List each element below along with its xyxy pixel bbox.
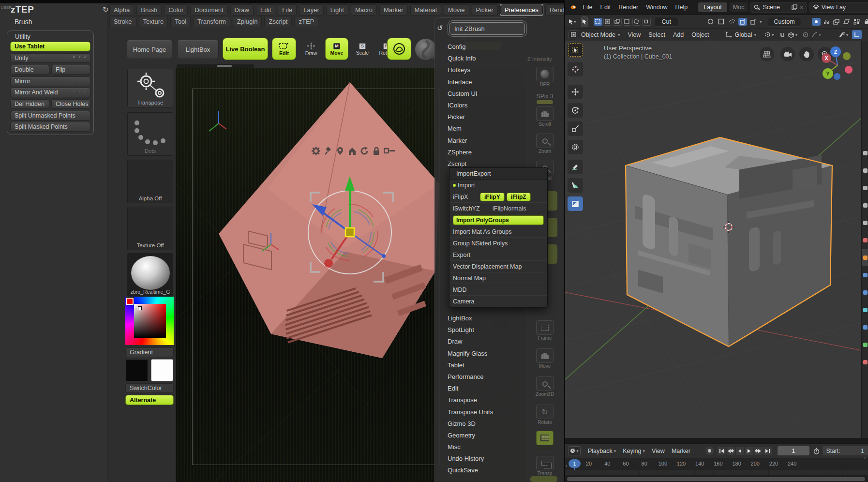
output-tab-icon[interactable] — [862, 179, 868, 196]
submenu-item[interactable]: Vector Displacement Map — [449, 261, 547, 272]
transform-tool[interactable] — [568, 140, 583, 154]
overlays-toggle-icon[interactable] — [852, 30, 862, 39]
menubar-item[interactable]: Material — [410, 4, 441, 15]
new-object-icon[interactable] — [749, 18, 758, 26]
lightbox-button[interactable]: LightBox — [177, 40, 219, 59]
current-frame-field[interactable]: 1 — [778, 446, 809, 455]
preferences-menu-item[interactable]: Misc — [435, 441, 528, 453]
scene-tab-icon[interactable] — [862, 214, 868, 231]
restore-icon[interactable]: ↺ — [437, 24, 443, 32]
viewport-menu-item[interactable]: Add — [669, 30, 688, 40]
iflipy-button[interactable]: iFlipY — [480, 193, 505, 201]
lock-icon[interactable] — [863, 18, 868, 26]
world-tab-icon[interactable] — [862, 231, 868, 249]
scale-button[interactable]: S Scale — [351, 39, 374, 59]
polyframe-button[interactable]: PolyF — [527, 431, 562, 451]
bars-icon[interactable] — [822, 18, 831, 26]
menubar-item[interactable]: zTEP — [294, 16, 318, 27]
select-box-tool[interactable] — [568, 43, 583, 57]
spix-slider[interactable]: SPix 3 — [527, 93, 562, 104]
parallelogram-icon[interactable] — [842, 18, 851, 26]
iflipnormals-button[interactable]: iFlipNormals — [493, 205, 526, 212]
menubar-item[interactable]: Stroke — [109, 16, 136, 27]
home-page-button[interactable]: Home Page — [127, 40, 172, 59]
current-color-swatch[interactable] — [126, 298, 134, 305]
alpha-thumbnail[interactable]: Alpha Off — [127, 160, 173, 203]
particles-tab-icon[interactable] — [862, 284, 868, 301]
location-pin-icon[interactable] — [335, 146, 345, 156]
mode-icon[interactable] — [632, 18, 641, 26]
data-tab-icon[interactable] — [862, 336, 868, 353]
mode-icon[interactable] — [613, 18, 622, 26]
menubar-item[interactable]: Macro — [351, 4, 377, 15]
blender-logo-icon[interactable] — [570, 4, 576, 11]
canvas-scroll-handle[interactable] — [217, 65, 232, 67]
unify-button[interactable]: UnifyX Y Z — [10, 53, 90, 63]
blender-menu-item[interactable]: Edit — [597, 2, 615, 12]
physics-tab-icon[interactable] — [862, 301, 868, 318]
mode-icon-active[interactable] — [594, 18, 602, 26]
preferences-menu-item[interactable]: Draw — [435, 336, 528, 347]
play-reverse-button[interactable] — [736, 447, 744, 455]
viewport-menu-item[interactable]: View — [624, 30, 644, 40]
submenu-item[interactable]: MDD — [449, 284, 547, 296]
double-button[interactable]: Double — [10, 65, 49, 75]
snap-target-icon[interactable] — [787, 31, 795, 39]
menubar-item[interactable]: Zplugin — [233, 16, 262, 27]
init-zbrush-button[interactable]: Init ZBrush — [449, 22, 525, 35]
preferences-menu-item[interactable]: Gizmo 3D — [435, 418, 528, 430]
auto-keying-button[interactable] — [705, 447, 714, 455]
gear-icon[interactable] — [311, 146, 321, 156]
zoom-button[interactable]: Zoom — [527, 134, 562, 154]
submenu-item[interactable]: Normal Map — [449, 272, 547, 284]
extend-select-icon[interactable] — [738, 18, 747, 26]
view-menu[interactable]: View — [648, 446, 668, 456]
menubar-item[interactable]: Preferences — [500, 4, 543, 15]
copy-icon[interactable] — [792, 4, 797, 10]
del-hidden-button[interactable]: Del Hidden — [10, 99, 49, 109]
preferences-menu-item[interactable]: Transpose — [435, 394, 528, 406]
refresh-icon[interactable]: ↻ — [103, 5, 109, 14]
reset-rotation-icon[interactable] — [359, 146, 369, 156]
toggle-grid-button[interactable] — [760, 47, 774, 61]
preferences-menu-item[interactable]: Magnify Glass — [435, 348, 528, 360]
bpr-button[interactable]: BPR — [527, 67, 562, 87]
collapse-right-icon[interactable]: ‹ — [864, 455, 866, 461]
keying-menu[interactable]: Keying▾ — [619, 446, 648, 456]
editor-type-icon[interactable] — [569, 30, 578, 39]
importexport-header[interactable]: ImportExport — [449, 168, 547, 180]
marker-menu[interactable]: Marker — [668, 446, 694, 456]
chevron-down-icon[interactable]: ▾ — [754, 32, 757, 37]
menubar-item[interactable]: Draw — [230, 4, 254, 15]
box-select-icon[interactable] — [717, 18, 726, 26]
preferences-menu-item[interactable]: Config — [435, 41, 528, 53]
tool-tab-icon[interactable] — [862, 144, 868, 162]
material-sphere-button[interactable] — [415, 39, 436, 60]
preferences-menu-item[interactable]: Custom UI — [435, 88, 528, 100]
texture-thumbnail[interactable]: Texture Off — [127, 207, 173, 250]
move-button[interactable]: M Move — [325, 38, 348, 60]
playback-menu[interactable]: Playback▾ — [584, 446, 619, 456]
tab-layout[interactable]: Layout — [698, 2, 727, 12]
home-icon[interactable] — [347, 146, 357, 156]
preferences-menu-item[interactable]: Tablet — [435, 360, 528, 371]
gradient-button[interactable]: Gradient — [125, 347, 174, 357]
main-color-swatch[interactable] — [126, 359, 148, 381]
menubar-item[interactable]: Alpha — [109, 4, 134, 15]
menubar-item[interactable]: File — [278, 4, 297, 15]
active-tool-button[interactable] — [581, 16, 588, 27]
stroke-thumbnail[interactable]: Dots — [127, 112, 173, 156]
brush-thumbnail[interactable]: Transpose — [127, 69, 173, 107]
menubar-item[interactable]: Transform — [193, 16, 230, 27]
mode-icon[interactable] — [623, 18, 631, 26]
rotate-tool[interactable] — [568, 103, 583, 118]
split-unmasked-button[interactable]: Split Unmasked Points — [10, 111, 90, 120]
menubar-item[interactable]: Tool — [170, 16, 191, 27]
material-tab-icon[interactable] — [862, 353, 868, 371]
menubar-item[interactable]: Picker — [472, 4, 498, 15]
move-canvas-button[interactable]: Move — [527, 348, 562, 369]
menubar-item[interactable]: Document — [190, 4, 227, 15]
orientation-selector[interactable]: Global — [734, 31, 752, 38]
next-keyframe-button[interactable] — [754, 447, 763, 455]
secondary-color-swatch[interactable] — [151, 359, 173, 381]
